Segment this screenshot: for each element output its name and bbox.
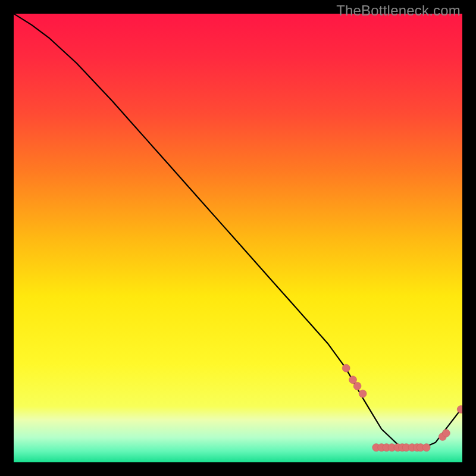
plot-area [14,14,462,462]
data-point [353,382,361,390]
data-point [422,444,430,452]
data-point [442,429,450,437]
chart-container: { "watermark": "TheBottleneck.com", "col… [0,0,476,476]
data-point [342,364,350,372]
data-point [359,390,367,397]
watermark-text: TheBottleneck.com [336,2,461,19]
gradient-background [14,14,462,462]
chart-svg [14,14,462,462]
